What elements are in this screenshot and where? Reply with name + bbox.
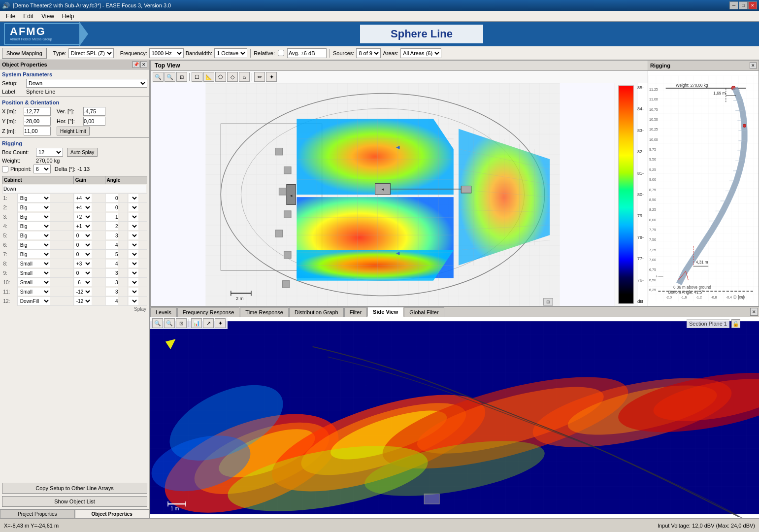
cab-type-select[interactable]: BigSmallDownFill	[18, 203, 50, 211]
sv-pointer[interactable]: ↗	[203, 318, 214, 328]
cab-splay-select[interactable]: ▼	[129, 250, 138, 258]
cab-angle-input[interactable]	[106, 269, 118, 277]
bandwidth-select[interactable]: 1 Octave	[214, 48, 247, 58]
cab-gain-select[interactable]: +4+3+2+10-1-2-3-4-6-12	[74, 297, 92, 305]
cab-angle-input[interactable]	[106, 278, 118, 286]
cab-angle-input[interactable]	[106, 260, 118, 267]
project-properties-tab[interactable]: Project Properties	[0, 509, 75, 518]
lock-icon[interactable]: 🔒	[731, 319, 740, 328]
close-button[interactable]: ✕	[748, 1, 757, 9]
cab-splay-select[interactable]: ▼	[129, 260, 138, 267]
sv-zoom-out[interactable]: 🔍	[164, 318, 175, 328]
cab-angle-input[interactable]	[106, 232, 118, 239]
tv-zoom-in[interactable]: 🔍	[153, 72, 164, 82]
menu-edit[interactable]: Edit	[19, 12, 37, 21]
cab-angle-input[interactable]	[106, 297, 118, 305]
cab-gain-select[interactable]: +4+3+2+10-1-2-3-4-6-12	[74, 288, 92, 296]
tab-time[interactable]: Time Response	[240, 307, 289, 317]
menu-help[interactable]: Help	[58, 12, 78, 21]
cab-type-select[interactable]: BigSmallDownFill	[18, 260, 50, 267]
sv-marker[interactable]: ✦	[215, 318, 226, 328]
box-count-select[interactable]: 12	[36, 148, 63, 157]
cab-gain-select[interactable]: +4+3+2+10-1-2-3-4-6-12	[74, 250, 92, 258]
cab-splay-select[interactable]: ▼	[129, 232, 138, 239]
frequency-select[interactable]: 1000 Hz	[149, 48, 184, 58]
setup-select[interactable]: Down	[26, 79, 147, 88]
cab-gain-select[interactable]: +4+3+2+10-1-2-3-4-6-12	[74, 241, 92, 249]
cab-type-select[interactable]: BigSmallDownFill	[18, 222, 50, 230]
obj-props-close[interactable]: ✕	[140, 61, 147, 68]
pinpoint-select[interactable]: 6	[33, 165, 51, 173]
rigging-canvas[interactable]: Z [m] D [m] 11,25 11,00 10,75 10,50 10,2…	[648, 71, 759, 306]
pinpoint-checkbox[interactable]	[2, 166, 8, 172]
cab-splay-select[interactable]: ▼	[129, 194, 138, 202]
ver-input[interactable]	[83, 107, 105, 116]
cab-gain-select[interactable]: +4+3+2+10-1-2-3-4-6-12	[74, 222, 92, 230]
tv-tool3[interactable]: ⬠	[215, 72, 226, 82]
cab-splay-select[interactable]: ▼	[129, 269, 138, 277]
cab-angle-input[interactable]	[106, 222, 118, 230]
tv-tool4[interactable]: ◇	[227, 72, 238, 82]
tab-frequency[interactable]: Frequency Response	[177, 307, 240, 317]
copy-setup-button[interactable]: Copy Setup to Other Line Arrays	[2, 483, 147, 494]
bottom-panel-close[interactable]: ✕	[750, 308, 758, 316]
top-view-canvas[interactable]: ◄ ◄ ◄ ◄	[151, 83, 615, 306]
object-properties-tab[interactable]: Object Properties	[75, 509, 150, 518]
cab-splay-select[interactable]: ▼	[129, 213, 138, 221]
x-input[interactable]	[24, 107, 51, 116]
tv-tool2[interactable]: 📐	[203, 72, 214, 82]
menu-file[interactable]: File	[2, 12, 19, 21]
tv-tool7[interactable]: ✦	[266, 72, 277, 82]
minimize-button[interactable]: ─	[729, 1, 738, 9]
cab-angle-input[interactable]	[106, 213, 118, 221]
tv-tool5[interactable]: ⌂	[239, 72, 250, 82]
cab-angle-input[interactable]	[106, 241, 118, 249]
cab-splay-select[interactable]: ▼	[129, 288, 138, 296]
sources-select[interactable]: 8 of 9	[356, 48, 381, 58]
cab-gain-select[interactable]: +4+3+2+10-1-2-3-4-6-12	[74, 203, 92, 211]
cab-type-select[interactable]: BigSmallDownFill	[18, 278, 50, 286]
cab-type-select[interactable]: BigSmallDownFill	[18, 297, 50, 305]
relative-input[interactable]	[287, 48, 327, 58]
menu-view[interactable]: View	[37, 12, 58, 21]
cabinet-preset-input[interactable]	[3, 185, 146, 193]
type-select[interactable]: Direct SPL (Z)	[68, 48, 114, 58]
cab-splay-select[interactable]: ▼	[129, 241, 138, 249]
cab-type-select[interactable]: BigSmallDownFill	[18, 288, 50, 296]
tab-global-filter[interactable]: Global Filter	[404, 307, 444, 317]
cab-gain-select[interactable]: +4+3+2+10-1-2-3-4-6-12	[74, 194, 92, 202]
cab-type-select[interactable]: BigSmallDownFill	[18, 269, 50, 277]
cab-splay-select[interactable]: ▼	[129, 278, 138, 286]
tv-tool6[interactable]: ✏	[254, 72, 265, 82]
cab-gain-select[interactable]: +4+3+2+10-1-2-3-4-6-12	[74, 278, 92, 286]
cab-gain-select[interactable]: +4+3+2+10-1-2-3-4-6-12	[74, 269, 92, 277]
cab-type-select[interactable]: BigSmallDownFill	[18, 194, 50, 202]
show-mapping-button[interactable]: Show Mapping	[2, 48, 47, 59]
cab-angle-input[interactable]	[106, 288, 118, 296]
cab-splay-select[interactable]: ▼	[129, 203, 138, 211]
tab-filter[interactable]: Filter	[344, 307, 367, 317]
hor-input[interactable]	[83, 117, 105, 126]
tv-tool1[interactable]: ☐	[192, 72, 202, 82]
rigging-close[interactable]: ✕	[750, 62, 757, 69]
cab-type-select[interactable]: BigSmallDownFill	[18, 232, 50, 239]
tab-side-view[interactable]: Side View	[367, 307, 403, 317]
cab-type-select[interactable]: BigSmallDownFill	[18, 213, 50, 221]
height-limit-button[interactable]: Height Limit	[57, 127, 90, 135]
sv-zoom-in[interactable]: 🔍	[152, 318, 163, 328]
show-object-list-button[interactable]: Show Object List	[2, 496, 147, 507]
cab-gain-select[interactable]: +4+3+2+10-1-2-3-4-6-12	[74, 213, 92, 221]
y-input[interactable]	[24, 117, 51, 126]
cab-splay-select[interactable]: ▼	[129, 297, 138, 305]
cab-splay-select[interactable]: ▼	[129, 222, 138, 230]
cab-gain-select[interactable]: +4+3+2+10-1-2-3-4-6-12	[74, 232, 92, 239]
z-input[interactable]	[24, 127, 51, 135]
relative-checkbox[interactable]	[278, 50, 284, 56]
restore-button[interactable]: □	[739, 1, 748, 9]
cab-angle-input[interactable]	[106, 194, 118, 202]
cab-type-select[interactable]: BigSmallDownFill	[18, 250, 50, 258]
cab-gain-select[interactable]: +4+3+2+10-1-2-3-4-6-12	[74, 260, 92, 267]
tab-levels[interactable]: Levels	[150, 307, 177, 317]
cab-angle-input[interactable]	[106, 250, 118, 258]
sv-chart[interactable]: 📊	[191, 318, 202, 328]
